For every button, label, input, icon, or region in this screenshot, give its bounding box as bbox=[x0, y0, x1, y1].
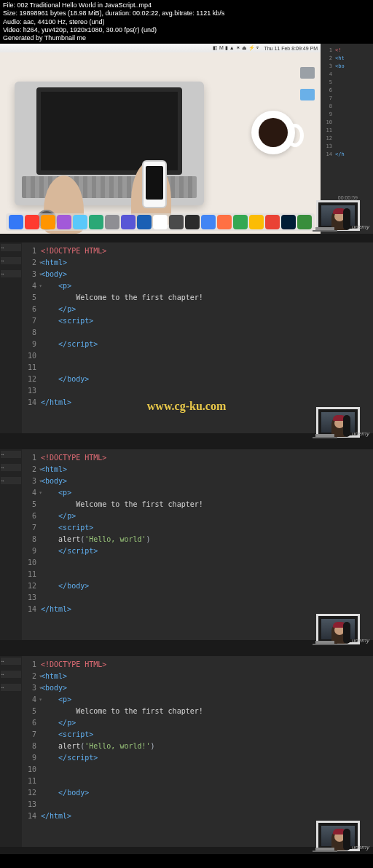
line-number: 14 bbox=[22, 810, 41, 822]
code-line[interactable]: 11 bbox=[22, 362, 373, 374]
folder-icon[interactable] bbox=[300, 89, 315, 100]
code-editor[interactable]: 1<!DOCTYPE HTML>2▾<html>3▾<body>4▾ <p>5 … bbox=[22, 656, 373, 847]
meta-file: File: 002 Traditional Hello World in Jav… bbox=[3, 1, 370, 9]
code-line[interactable]: 5 Welcome to the first chapter! bbox=[22, 499, 373, 510]
code-line[interactable]: 9 </script> bbox=[22, 752, 373, 764]
code-line[interactable]: 2▾<html> bbox=[22, 257, 373, 269]
dock-app-icon[interactable] bbox=[217, 215, 232, 229]
code-line[interactable]: 1<!DOCTYPE HTML> bbox=[22, 452, 373, 464]
code-line[interactable]: 8 bbox=[22, 327, 373, 339]
line-number: 8 bbox=[22, 741, 41, 752]
code-line[interactable]: 4▾ <p> bbox=[22, 487, 373, 499]
fold-icon[interactable]: ▾ bbox=[39, 257, 42, 269]
line-number: 2▾ bbox=[22, 257, 41, 269]
monitor-base bbox=[313, 437, 337, 438]
editor-tabbar[interactable] bbox=[0, 234, 373, 242]
code-line[interactable]: 12 </body> bbox=[22, 580, 373, 592]
webcam-feed bbox=[321, 412, 355, 433]
fold-icon[interactable]: ▾ bbox=[39, 694, 42, 706]
code-line[interactable]: 13 bbox=[22, 592, 373, 604]
code-text: <html> bbox=[41, 671, 67, 682]
dock-app-icon[interactable] bbox=[41, 215, 55, 229]
code-line[interactable]: 8 alert('Hello, world') bbox=[22, 534, 373, 545]
code-line[interactable]: 6 </p> bbox=[22, 510, 373, 522]
code-line[interactable]: 5 Welcome to the first chapter! bbox=[22, 706, 373, 717]
code-line[interactable]: 9 </script> bbox=[22, 339, 373, 350]
code-line[interactable]: 12 </body> bbox=[22, 787, 373, 799]
fold-icon[interactable]: ▾ bbox=[39, 487, 42, 499]
code-line[interactable]: 4▾ <p> bbox=[22, 694, 373, 706]
code-line[interactable]: 7 <script> bbox=[22, 522, 373, 534]
dock-app-icon[interactable] bbox=[233, 215, 248, 229]
code-line[interactable]: 2▾<html> bbox=[22, 464, 373, 476]
dock-app-icon[interactable] bbox=[137, 215, 152, 229]
code-line[interactable]: 4▾ <p> bbox=[22, 280, 373, 292]
dock-app-icon[interactable] bbox=[105, 215, 119, 229]
code-text: <!DOCTYPE HTML> bbox=[41, 659, 106, 671]
fold-icon[interactable]: ▾ bbox=[39, 269, 42, 280]
code-line[interactable]: 11 bbox=[22, 569, 373, 580]
code-line[interactable]: 7 <script> bbox=[22, 729, 373, 741]
macos-dock[interactable] bbox=[6, 213, 315, 231]
fold-icon[interactable]: ▾ bbox=[39, 464, 42, 476]
code-line[interactable]: 12 </body> bbox=[22, 374, 373, 385]
code-text: </p> bbox=[41, 304, 76, 315]
file-tree[interactable]: ▪▪▪▪▪▪ bbox=[0, 242, 22, 433]
file-tree[interactable]: ▪▪▪▪▪▪ bbox=[0, 449, 22, 640]
fold-icon[interactable]: ▾ bbox=[39, 671, 42, 682]
editor-tabbar[interactable] bbox=[0, 441, 373, 449]
code-line[interactable]: 3▾<body> bbox=[22, 476, 373, 487]
line-number: 5 bbox=[22, 292, 41, 304]
dock-app-icon[interactable] bbox=[57, 215, 71, 229]
line-number: 6 bbox=[322, 87, 332, 95]
desktop-screenshot: ◧ M ▮ ▲ ✶ ⏏ ⚡ ᯤ Thu 11 Feb 8:09:49 PM bbox=[0, 44, 321, 234]
code-line[interactable]: 1<!DOCTYPE HTML> bbox=[22, 659, 373, 671]
dock-app-icon[interactable] bbox=[89, 215, 103, 229]
dock-app-icon[interactable] bbox=[9, 215, 23, 229]
code-editor[interactable]: 1<!DOCTYPE HTML>2▾<html>3▾<body>4▾ <p>5 … bbox=[22, 449, 373, 640]
code-line[interactable]: 10 bbox=[22, 350, 373, 362]
editor-tabbar[interactable] bbox=[0, 647, 373, 656]
dock-app-icon[interactable] bbox=[281, 215, 296, 229]
dock-app-icon[interactable] bbox=[121, 215, 136, 229]
code-text: <!DOCTYPE HTML> bbox=[41, 452, 106, 464]
code-line[interactable]: 8 alert('Hello, world!') bbox=[22, 741, 373, 752]
code-line[interactable]: 1<!DOCTYPE HTML> bbox=[22, 245, 373, 257]
folder-icon[interactable] bbox=[300, 67, 315, 79]
code-line[interactable]: 9 </script> bbox=[22, 545, 373, 557]
code-line[interactable]: 3▾<body> bbox=[22, 682, 373, 694]
dock-app-icon[interactable] bbox=[25, 215, 39, 229]
code-line[interactable]: 13 bbox=[22, 385, 373, 397]
code-line[interactable]: 6 </p> bbox=[22, 717, 373, 729]
code-text: Welcome to the first chapter! bbox=[41, 292, 203, 304]
dock-app-icon[interactable] bbox=[169, 215, 184, 229]
dock-app-icon[interactable] bbox=[73, 215, 87, 229]
code-line[interactable]: 10 bbox=[22, 557, 373, 569]
dock-app-icon[interactable] bbox=[153, 215, 168, 229]
code-line[interactable]: 3▾<body> bbox=[22, 269, 373, 280]
line-number: 2▾ bbox=[22, 464, 41, 476]
code-line[interactable]: 11 bbox=[22, 776, 373, 787]
dock-app-icon[interactable] bbox=[249, 215, 264, 229]
line-number: 10 bbox=[322, 119, 332, 127]
dock-app-icon[interactable] bbox=[265, 215, 280, 229]
code-line[interactable]: 13 bbox=[22, 799, 373, 810]
code-line[interactable]: 7 <script> bbox=[22, 315, 373, 327]
code-text: <body> bbox=[41, 476, 67, 487]
desktop-folders[interactable] bbox=[300, 67, 315, 100]
dock-app-icon[interactable] bbox=[201, 215, 216, 229]
dock-app-icon[interactable] bbox=[297, 215, 312, 229]
dock-app-icon[interactable] bbox=[185, 215, 200, 229]
file-tree[interactable]: ▪▪▪▪▪▪ bbox=[0, 656, 22, 847]
code-line[interactable]: 2▾<html> bbox=[22, 671, 373, 682]
line-number: 14 bbox=[22, 604, 41, 615]
fold-icon[interactable]: ▾ bbox=[39, 682, 42, 694]
fold-icon[interactable]: ▾ bbox=[39, 476, 42, 487]
fold-icon[interactable]: ▾ bbox=[39, 280, 42, 292]
code-line[interactable]: 5 Welcome to the first chapter! bbox=[22, 292, 373, 304]
line-number: 4▾ bbox=[22, 280, 41, 292]
code-line[interactable]: 6 </p> bbox=[22, 304, 373, 315]
monitor-base bbox=[313, 230, 337, 232]
line-number: 1 bbox=[322, 47, 332, 55]
code-line[interactable]: 10 bbox=[22, 764, 373, 776]
